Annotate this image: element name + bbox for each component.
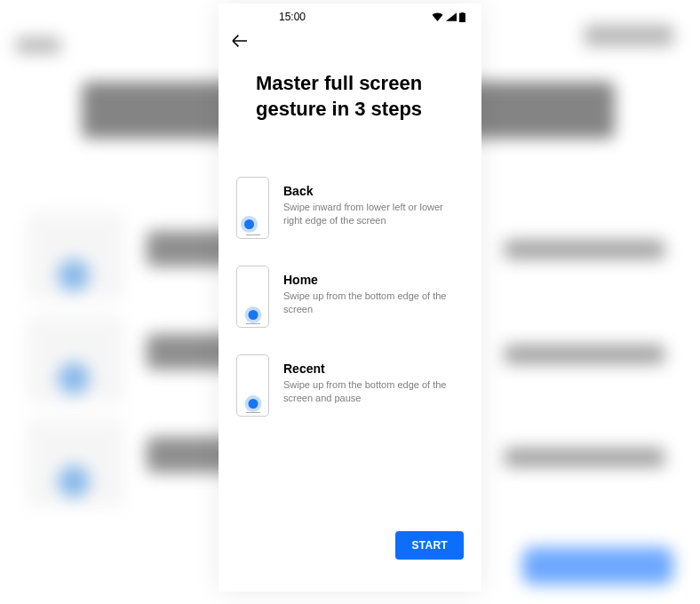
step-back: Back Swipe inward from lower left or low… bbox=[236, 177, 464, 239]
gesture-thumb-back bbox=[236, 177, 269, 239]
page-title: Master full screen gesture in 3 steps bbox=[219, 52, 481, 122]
steps-list: Back Swipe inward from lower left or low… bbox=[219, 122, 481, 417]
step-description: Swipe up from the bottom edge of the scr… bbox=[283, 290, 464, 316]
step-description: Swipe inward from lower left or lower ri… bbox=[283, 201, 464, 227]
step-home: Home Swipe up from the bottom edge of th… bbox=[236, 266, 464, 328]
gesture-dot-icon bbox=[248, 399, 258, 409]
status-bar: 15:00 bbox=[219, 4, 481, 25]
gesture-tutorial-modal: 15:00 Master full screen gesture in 3 st… bbox=[219, 4, 481, 592]
gesture-dot-icon bbox=[244, 219, 254, 229]
step-title: Home bbox=[283, 273, 464, 287]
gesture-dot-icon bbox=[248, 310, 258, 320]
step-title: Recent bbox=[283, 362, 464, 376]
battery-icon bbox=[459, 12, 465, 22]
step-title: Back bbox=[283, 184, 464, 198]
arrow-left-icon bbox=[231, 34, 249, 48]
step-description: Swipe up from the bottom edge of the scr… bbox=[283, 378, 464, 405]
status-icons bbox=[432, 12, 465, 22]
svg-rect-0 bbox=[459, 12, 465, 21]
footer: START bbox=[219, 531, 481, 592]
wifi-icon bbox=[432, 12, 443, 21]
status-time: 15:00 bbox=[279, 11, 306, 23]
gesture-thumb-recent bbox=[236, 354, 269, 417]
gesture-thumb-home bbox=[236, 266, 269, 328]
start-button[interactable]: START bbox=[395, 531, 464, 560]
signal-icon bbox=[446, 12, 457, 21]
svg-rect-1 bbox=[461, 12, 464, 13]
back-button[interactable] bbox=[231, 34, 249, 48]
step-recent: Recent Swipe up from the bottom edge of … bbox=[236, 354, 464, 417]
